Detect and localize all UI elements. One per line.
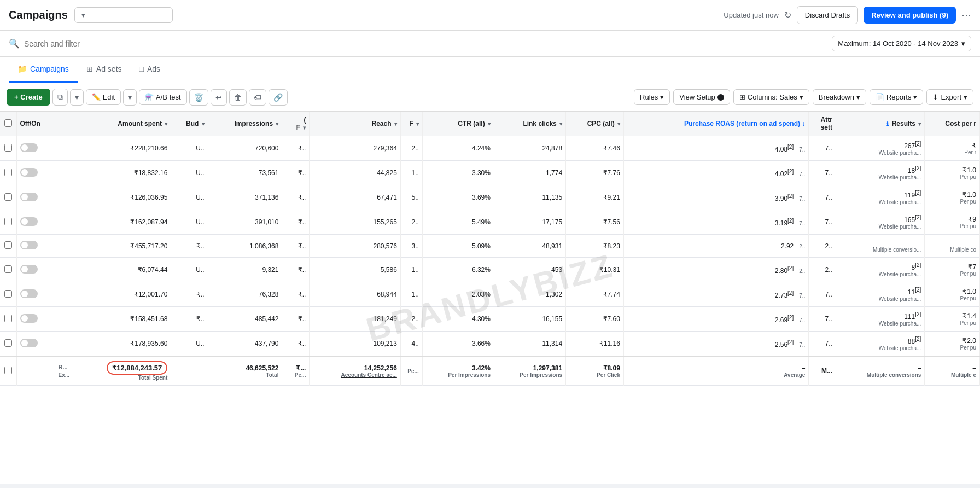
row-ctr: 3.66% xyxy=(422,332,494,357)
tag-button[interactable]: 🏷 xyxy=(249,89,266,106)
row-checkbox[interactable] xyxy=(0,258,16,282)
toggle-switch[interactable] xyxy=(20,314,38,323)
toggle-switch[interactable] xyxy=(20,289,38,298)
toggle-switch[interactable] xyxy=(20,217,38,226)
row-toggle[interactable] xyxy=(16,332,55,357)
ab-test-button[interactable]: ⚗️ A/B test xyxy=(139,89,187,105)
discard-button[interactable]: Discard Drafts xyxy=(797,6,858,24)
toggle-switch[interactable] xyxy=(20,265,38,274)
total-checkbox[interactable] xyxy=(0,356,16,386)
view-setup-button[interactable]: View Setup xyxy=(673,89,730,105)
duplicate-dropdown[interactable]: ▾ xyxy=(70,89,84,106)
row-link-clicks: 11,135 xyxy=(494,185,565,210)
select-all-checkbox[interactable] xyxy=(4,119,12,127)
row-roas: 2.92 2.. xyxy=(623,235,808,258)
col-f2[interactable]: F ▾ xyxy=(400,112,422,136)
campaign-dropdown[interactable]: ▾ xyxy=(74,7,173,23)
toggle-switch[interactable] xyxy=(20,143,38,152)
row-ctr: 5.09% xyxy=(422,235,494,258)
row-toggle[interactable] xyxy=(16,282,55,307)
toggle-switch[interactable] xyxy=(20,339,38,347)
toggle-switch[interactable] xyxy=(20,241,38,249)
row-checkbox[interactable] xyxy=(0,161,16,185)
tab-campaigns[interactable]: 📁 Campaigns xyxy=(9,57,78,83)
col-cpc[interactable]: CPC (all) ▾ xyxy=(566,112,624,136)
row-reach: 68,944 xyxy=(310,282,400,307)
row-c xyxy=(55,332,73,357)
row-freq: ₹.. xyxy=(282,210,310,235)
col-ctr[interactable]: CTR (all) ▾ xyxy=(422,112,494,136)
row-cpc: ₹7.74 xyxy=(566,282,624,307)
table-row: ₹158,451.68 ₹.. 485,442 ₹.. 181,249 2.. … xyxy=(0,307,980,332)
rules-button[interactable]: Rules ▾ xyxy=(634,89,670,105)
sub-nav: 📁 Campaigns ⊞ Ad sets □ Ads xyxy=(0,57,980,83)
search-input[interactable] xyxy=(24,39,827,48)
row-checkbox[interactable] xyxy=(0,136,16,161)
table-row: ₹12,001.70 ₹.. 76,328 ₹.. 68,944 1.. 2.0… xyxy=(0,282,980,307)
delete-button[interactable]: 🗑️ xyxy=(189,89,208,106)
toggle-switch[interactable] xyxy=(20,168,38,177)
edit-button[interactable]: ✏️ Edit xyxy=(86,89,121,105)
col-results[interactable]: ℹ Results ▾ xyxy=(836,112,924,136)
tab-ads[interactable]: □ Ads xyxy=(131,57,170,83)
row-checkbox[interactable] xyxy=(0,185,16,210)
row-toggle[interactable] xyxy=(16,235,55,258)
table-row: ₹6,074.44 U.. 9,321 ₹.. 5,586 1.. 6.32% … xyxy=(0,258,980,282)
col-checkbox xyxy=(0,112,16,136)
row-toggle[interactable] xyxy=(16,258,55,282)
table-header-row: Off/On Amount spent ▾ Bud ▾ Impressions … xyxy=(0,112,980,136)
date-range-picker[interactable]: Maximum: 14 Oct 2020 - 14 Nov 2023 ▾ xyxy=(832,36,971,51)
columns-button[interactable]: ⊞ Columns: Sales ▾ xyxy=(733,89,809,105)
row-checkbox[interactable] xyxy=(0,307,16,332)
col-impressions[interactable]: Impressions ▾ xyxy=(208,112,282,136)
col-c xyxy=(55,112,73,136)
export-icon: ⬇ xyxy=(932,93,938,101)
row-attr: 7.. xyxy=(809,307,836,332)
row-attr: 7.. xyxy=(809,185,836,210)
col-amount-spent[interactable]: Amount spent ▾ xyxy=(73,112,171,136)
edit-dropdown[interactable]: ▾ xyxy=(123,89,137,106)
row-ctr: 3.30% xyxy=(422,161,494,185)
export-dropdown-icon: ▾ xyxy=(964,93,967,101)
row-toggle[interactable] xyxy=(16,136,55,161)
toggle-switch[interactable] xyxy=(20,193,38,201)
undo-button[interactable]: ↩ xyxy=(211,89,227,106)
row-cost: ₹7Per pu xyxy=(925,258,980,282)
undo-alt-button[interactable]: 🗑 xyxy=(229,89,247,106)
more-options-button[interactable]: ⋯ xyxy=(961,9,971,21)
row-toggle[interactable] xyxy=(16,307,55,332)
date-range-text: Maximum: 14 Oct 2020 - 14 Nov 2023 xyxy=(838,39,958,48)
row-checkbox[interactable] xyxy=(0,235,16,258)
total-f2: Pe... xyxy=(400,356,422,386)
tab-ad-sets[interactable]: ⊞ Ad sets xyxy=(78,57,131,83)
col-purchase-roas[interactable]: Purchase ROAS (return on ad spend) ↓ xyxy=(623,112,808,136)
col-reach[interactable]: Reach ▾ xyxy=(310,112,400,136)
row-impressions: 437,790 xyxy=(208,332,282,357)
row-toggle[interactable] xyxy=(16,185,55,210)
breakdown-button[interactable]: Breakdown ▾ xyxy=(813,89,866,105)
row-checkbox[interactable] xyxy=(0,282,16,307)
row-toggle[interactable] xyxy=(16,161,55,185)
col-budget[interactable]: Bud ▾ xyxy=(171,112,208,136)
row-toggle[interactable] xyxy=(16,210,55,235)
duplicate-button[interactable]: ⧉ xyxy=(52,89,68,106)
publish-button[interactable]: Review and publish (9) xyxy=(864,7,956,24)
row-f2: 2.. xyxy=(400,136,422,161)
reports-button[interactable]: 📄 Reports ▾ xyxy=(870,89,924,105)
export-button[interactable]: ⬇ Export ▾ xyxy=(926,89,973,105)
row-reach: 44,825 xyxy=(310,161,400,185)
row-checkbox[interactable] xyxy=(0,210,16,235)
row-amount: ₹126,036.95 xyxy=(73,185,171,210)
search-bar: 🔍 Maximum: 14 Oct 2020 - 14 Nov 2023 ▾ xyxy=(0,31,980,57)
campaigns-table: Off/On Amount spent ▾ Bud ▾ Impressions … xyxy=(0,112,980,386)
row-c xyxy=(55,136,73,161)
create-button[interactable]: + Create xyxy=(7,89,50,106)
total-ctr: 3.42%Per Impressions xyxy=(422,356,494,386)
row-results: 111[2] Website purcha... xyxy=(836,307,924,332)
col-freq[interactable]: ( F ▾ xyxy=(282,112,310,136)
row-checkbox[interactable] xyxy=(0,332,16,357)
col-link-clicks[interactable]: Link clicks ▾ xyxy=(494,112,565,136)
row-roas: 2.69[2] 7.. xyxy=(623,307,808,332)
refresh-button[interactable]: ↻ xyxy=(784,10,791,20)
link-button[interactable]: 🔗 xyxy=(269,89,288,106)
